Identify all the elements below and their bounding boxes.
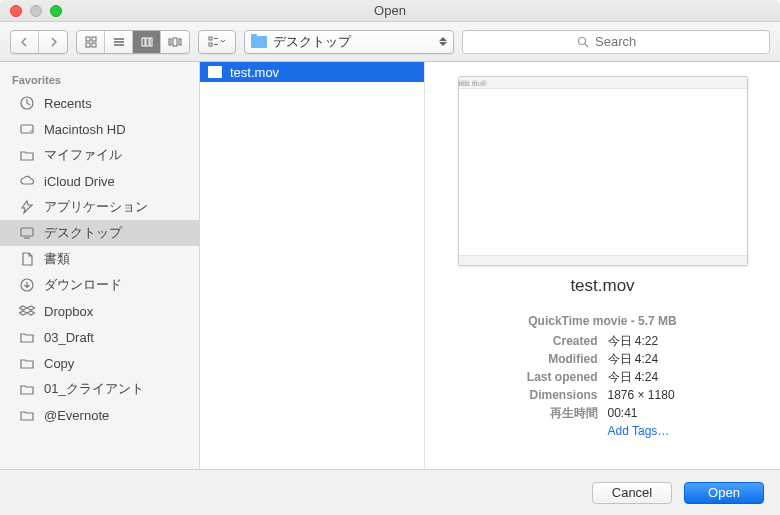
clock-icon <box>18 95 36 111</box>
svg-rect-20 <box>21 125 33 133</box>
dialog-footer: Cancel Open <box>0 469 780 515</box>
hdd-icon <box>18 121 36 137</box>
file-column[interactable]: test.mov <box>200 62 425 469</box>
folder-icon <box>18 407 36 423</box>
add-tags-link[interactable]: Add Tags… <box>608 422 733 440</box>
window-title: Open <box>0 3 780 18</box>
location-popup[interactable]: デスクトップ <box>244 30 454 54</box>
location-label: デスクトップ <box>273 33 431 51</box>
apps-icon <box>18 199 36 215</box>
preview-value: 1876 × 1180 <box>608 386 733 404</box>
nav-back-forward <box>10 30 68 54</box>
view-icons-button[interactable] <box>77 31 105 53</box>
titlebar: Open <box>0 0 780 22</box>
sidebar-item[interactable]: ダウンロード <box>0 272 199 298</box>
sidebar-item[interactable]: Macintosh HD <box>0 116 199 142</box>
arrange-button[interactable] <box>199 31 235 53</box>
sidebar-item-label: 01_クライアント <box>44 380 144 398</box>
sidebar-item[interactable]: アプリケーション <box>0 194 199 220</box>
sidebar-item-label: Copy <box>44 356 74 371</box>
sidebar-item[interactable]: デスクトップ <box>0 220 199 246</box>
folder-icon <box>18 329 36 345</box>
search-field[interactable] <box>462 30 770 54</box>
arrange-segment <box>198 30 236 54</box>
sidebar-item[interactable]: 03_Draft <box>0 324 199 350</box>
preview-value: 00:41 <box>608 404 733 422</box>
folder-icon <box>18 381 36 397</box>
sidebar-item-label: Macintosh HD <box>44 122 126 137</box>
preview-key <box>473 422 598 440</box>
cancel-button[interactable]: Cancel <box>592 482 672 504</box>
svg-rect-10 <box>169 39 171 45</box>
svg-rect-13 <box>209 37 212 40</box>
sidebar-section-header: Favorites <box>0 68 199 90</box>
open-button[interactable]: Open <box>684 482 764 504</box>
svg-point-17 <box>579 37 586 44</box>
sidebar-item-label: iCloud Drive <box>44 174 115 189</box>
sidebar-item[interactable]: 書類 <box>0 246 199 272</box>
search-input[interactable] <box>595 34 655 49</box>
svg-rect-12 <box>179 39 181 45</box>
svg-rect-8 <box>146 38 149 46</box>
sidebar-item[interactable]: @Evernote <box>0 402 199 428</box>
folder-icon <box>251 36 267 48</box>
view-columns-button[interactable] <box>133 31 161 53</box>
svg-rect-2 <box>86 43 90 47</box>
dropbox-icon <box>18 303 36 319</box>
sidebar-item-label: ダウンロード <box>44 276 122 294</box>
download-icon <box>18 277 36 293</box>
preview-value: 今日 4:24 <box>608 368 733 386</box>
preview-key: Created <box>473 332 598 350</box>
svg-rect-7 <box>142 38 145 46</box>
svg-rect-3 <box>92 43 96 47</box>
sidebar-item[interactable]: マイファイル <box>0 142 199 168</box>
forward-button[interactable] <box>39 31 67 53</box>
svg-point-21 <box>30 130 32 132</box>
sidebar-item[interactable]: Dropbox <box>0 298 199 324</box>
doc-icon <box>18 251 36 267</box>
folder-icon <box>18 147 36 163</box>
sidebar-item-label: @Evernote <box>44 408 109 423</box>
movie-file-icon <box>208 66 222 78</box>
sidebar-item-label: Recents <box>44 96 92 111</box>
svg-rect-22 <box>21 228 33 236</box>
svg-line-18 <box>585 44 588 47</box>
view-mode-segment <box>76 30 190 54</box>
sidebar-item[interactable]: Recents <box>0 90 199 116</box>
sidebar-item-label: 03_Draft <box>44 330 94 345</box>
preview-metadata: Created今日 4:22Modified今日 4:24Last opened… <box>473 332 733 440</box>
preview-kind-size: QuickTime movie - 5.7 MB <box>528 314 677 328</box>
toolbar: デスクトップ <box>0 22 780 62</box>
sidebar-item[interactable]: Copy <box>0 350 199 376</box>
svg-rect-0 <box>86 37 90 41</box>
svg-rect-11 <box>173 38 177 46</box>
cloud-icon <box>18 173 36 189</box>
sidebar-item-label: マイファイル <box>44 146 122 164</box>
back-button[interactable] <box>11 31 39 53</box>
sidebar-item[interactable]: iCloud Drive <box>0 168 199 194</box>
sidebar-item[interactable]: 01_クライアント <box>0 376 199 402</box>
preview-value: 今日 4:22 <box>608 332 733 350</box>
view-coverflow-button[interactable] <box>161 31 189 53</box>
sidebar-item-label: 書類 <box>44 250 70 268</box>
preview-key: Last opened <box>473 368 598 386</box>
preview-thumbnail: test.mov · · · · · <box>458 76 748 266</box>
file-item[interactable]: test.mov <box>200 62 424 82</box>
view-list-button[interactable] <box>105 31 133 53</box>
sidebar[interactable]: Favorites RecentsMacintosh HDマイファイルiClou… <box>0 62 200 469</box>
preview-value: 今日 4:24 <box>608 350 733 368</box>
preview-key: Dimensions <box>473 386 598 404</box>
search-icon <box>577 36 589 48</box>
svg-rect-14 <box>209 43 212 46</box>
svg-rect-9 <box>150 38 152 46</box>
preview-filename: test.mov <box>570 276 634 296</box>
folder-icon <box>18 355 36 371</box>
desktop-icon <box>18 225 36 241</box>
dialog-body: Favorites RecentsMacintosh HDマイファイルiClou… <box>0 62 780 469</box>
svg-rect-1 <box>92 37 96 41</box>
preview-key: 再生時間 <box>473 404 598 422</box>
preview-key: Modified <box>473 350 598 368</box>
sidebar-item-label: アプリケーション <box>44 198 148 216</box>
file-item-label: test.mov <box>230 65 279 80</box>
sidebar-item-label: デスクトップ <box>44 224 122 242</box>
